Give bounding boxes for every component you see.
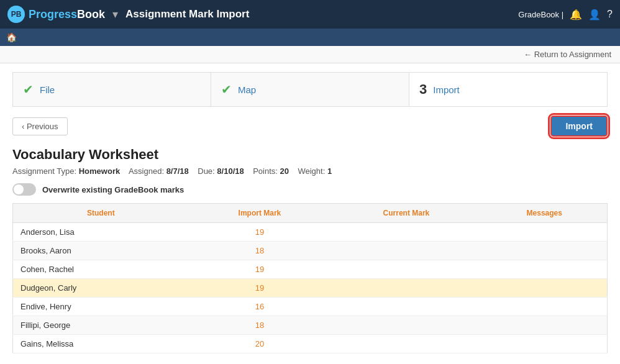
- cell-messages: [482, 260, 608, 279]
- type-label: Assignment Type:: [12, 166, 76, 176]
- cell-import-mark: 19: [189, 260, 331, 279]
- cell-current-mark: [331, 223, 481, 242]
- due-label: Due:: [198, 166, 214, 176]
- cell-current-mark: [331, 279, 481, 298]
- step-map: ✔ Map: [211, 73, 409, 106]
- cell-current-mark: [331, 260, 481, 279]
- cell-student: Endive, Henry: [13, 298, 189, 316]
- assignment-meta: Assignment Type: Homework Assigned: 8/7/…: [12, 166, 608, 176]
- cell-current-mark: [331, 335, 481, 353]
- person-icon[interactable]: 👤: [588, 9, 601, 20]
- cell-current-mark: [331, 316, 481, 335]
- toggle-row: Overwrite existing GradeBook marks: [12, 183, 608, 196]
- cell-import-mark: 18: [189, 316, 331, 335]
- cell-student: Gains, Melissa: [13, 335, 189, 353]
- cell-student: Brooks, Aaron: [13, 242, 189, 260]
- assigned-value: 8/7/18: [166, 166, 189, 176]
- cell-messages: [482, 279, 608, 298]
- step-import: 3 Import: [409, 73, 607, 106]
- step-import-label: Import: [433, 84, 460, 95]
- table-row: Gains, Melissa20: [13, 335, 608, 353]
- table-row: Anderson, Lisa19: [13, 223, 608, 242]
- type-value: Homework: [79, 166, 120, 176]
- previous-button[interactable]: ‹ Previous: [12, 117, 68, 135]
- import-button[interactable]: Import: [550, 116, 608, 137]
- cell-student: Dudgeon, Carly: [13, 279, 189, 298]
- sub-header: 🏠: [0, 29, 620, 46]
- logo-area: PB ProgressBook: [7, 6, 105, 23]
- step-file: ✔ File: [13, 73, 211, 106]
- due-value: 8/10/18: [217, 166, 244, 176]
- table-header-row: Student Import Mark Current Mark Message…: [13, 204, 608, 223]
- points-value: 20: [280, 166, 289, 176]
- cell-student: Anderson, Lisa: [13, 223, 189, 242]
- points-label: Points:: [253, 166, 278, 176]
- marks-table: Student Import Mark Current Mark Message…: [12, 203, 608, 353]
- gradebook-label: GradeBook |: [518, 10, 563, 19]
- cell-messages: [482, 242, 608, 260]
- col-messages: Messages: [482, 204, 608, 223]
- header-divider: ▾: [112, 7, 118, 21]
- return-bar: ← Return to Assignment: [0, 46, 620, 63]
- app-header: PB ProgressBook ▾ Assignment Mark Import…: [0, 0, 620, 29]
- weight-label: Weight:: [298, 166, 325, 176]
- cell-messages: [482, 223, 608, 242]
- cell-student: Fillipi, George: [13, 316, 189, 335]
- logo-text: ProgressBook: [29, 8, 105, 21]
- overwrite-toggle[interactable]: [12, 183, 36, 196]
- step-map-label: Map: [238, 84, 256, 95]
- bell-icon[interactable]: 🔔: [570, 9, 582, 20]
- step-file-label: File: [40, 84, 55, 95]
- table-row: Fillipi, George18: [13, 316, 608, 335]
- weight-value: 1: [327, 166, 332, 176]
- table-row: Cohen, Rachel19: [13, 260, 608, 279]
- header-left: PB ProgressBook ▾ Assignment Mark Import: [7, 6, 249, 23]
- step-map-check-icon: ✔: [221, 82, 232, 97]
- table-row: Endive, Henry16: [13, 298, 608, 316]
- table-row: Brooks, Aaron18: [13, 242, 608, 260]
- cell-import-mark: 19: [189, 279, 331, 298]
- main-content: ✔ File ✔ Map 3 Import ‹ Previous Import …: [0, 63, 620, 364]
- assignment-title: Vocabulary Worksheet: [12, 147, 608, 163]
- step-import-number: 3: [419, 81, 427, 98]
- col-student: Student: [13, 204, 189, 223]
- cell-student: Cohen, Rachel: [13, 260, 189, 279]
- app-title: Assignment Mark Import: [125, 8, 249, 20]
- cell-messages: [482, 316, 608, 335]
- cell-import-mark: 16: [189, 298, 331, 316]
- steps-container: ✔ File ✔ Map 3 Import: [12, 72, 608, 107]
- cell-messages: [482, 335, 608, 353]
- step-file-check-icon: ✔: [23, 82, 34, 97]
- col-import-mark: Import Mark: [189, 204, 331, 223]
- assigned-label: Assigned:: [129, 166, 164, 176]
- action-row: ‹ Previous Import: [12, 116, 608, 137]
- toggle-label: Overwrite existing GradeBook marks: [42, 185, 184, 194]
- cell-import-mark: 18: [189, 242, 331, 260]
- logo-icon: PB: [7, 6, 25, 23]
- home-icon[interactable]: 🏠: [6, 32, 17, 42]
- help-icon[interactable]: ?: [607, 9, 613, 20]
- table-row: Dudgeon, Carly19: [13, 279, 608, 298]
- cell-import-mark: 20: [189, 335, 331, 353]
- col-current-mark: Current Mark: [331, 204, 481, 223]
- cell-import-mark: 19: [189, 223, 331, 242]
- header-right: GradeBook | 🔔 👤 ?: [518, 9, 613, 20]
- cell-current-mark: [331, 242, 481, 260]
- cell-current-mark: [331, 298, 481, 316]
- cell-messages: [482, 298, 608, 316]
- return-to-assignment-link[interactable]: ← Return to Assignment: [524, 50, 611, 59]
